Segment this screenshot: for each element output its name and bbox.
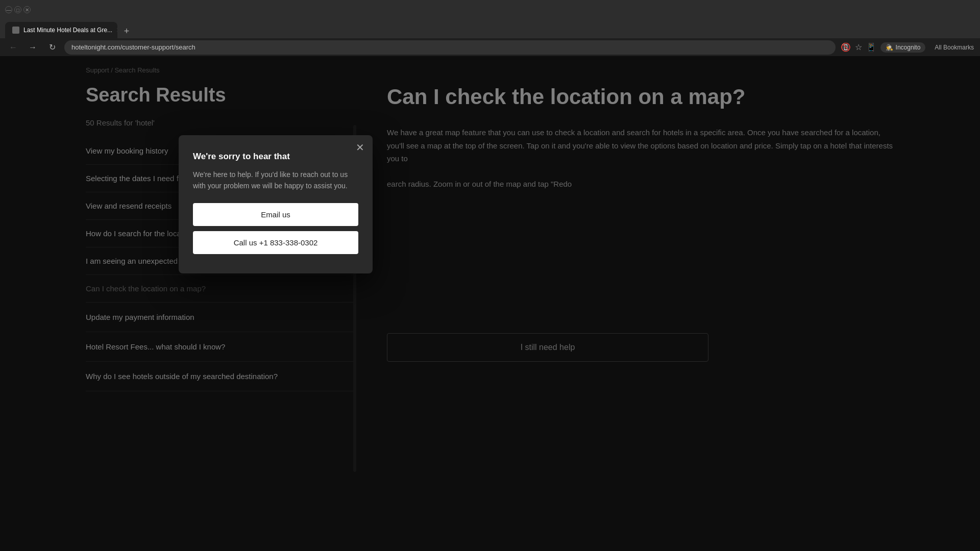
maximize-button[interactable]: □ [14,6,21,13]
minimize-button[interactable]: — [5,6,12,13]
bookmarks-label[interactable]: All Bookmarks [935,44,974,51]
url-text: hoteltonight.com/customer-support/search [71,43,195,51]
close-window-button[interactable]: ✕ [23,6,31,13]
address-bar-row: ← → ↻ hoteltonight.com/customer-support/… [0,38,980,56]
address-field[interactable]: hoteltonight.com/customer-support/search [64,40,836,55]
tab-close-button[interactable]: ✕ [116,27,117,34]
address-actions: 📵 ☆ 📱 🕵 Incognito All Bookmarks [841,42,974,53]
modal-title: We're sorry to hear that [193,152,358,162]
incognito-icon: 🕵 [886,44,893,51]
incognito-label: Incognito [896,44,921,51]
camera-off-icon[interactable]: 📵 [841,42,851,52]
modal-overlay: ✕ We're sorry to hear that We're here to… [0,56,980,551]
modal-close-button[interactable]: ✕ [356,142,364,153]
modal-body: We're here to help. If you'd like to rea… [193,169,358,192]
new-tab-button[interactable]: + [119,24,134,38]
active-tab[interactable]: Last Minute Hotel Deals at Gre... ✕ [5,22,117,38]
bookmark-star-icon[interactable]: ☆ [855,42,862,52]
browser-chrome: — □ ✕ Last Minute Hotel Deals at Gre... … [0,0,980,56]
device-icon[interactable]: 📱 [866,42,876,52]
title-bar: — □ ✕ [0,0,980,20]
back-button[interactable]: ← [6,40,20,55]
modal-box: ✕ We're sorry to hear that We're here to… [179,135,373,273]
email-us-button[interactable]: Email us [193,203,358,226]
incognito-button[interactable]: 🕵 Incognito [880,42,926,53]
tab-bar: Last Minute Hotel Deals at Gre... ✕ + [0,20,980,39]
call-us-button[interactable]: Call us +1 833-338-0302 [193,231,358,254]
tab-favicon [12,27,19,34]
page-content: Support / Search Results Search Results … [0,56,980,551]
tab-label: Last Minute Hotel Deals at Gre... [23,27,112,34]
forward-button[interactable]: → [26,40,40,55]
reload-button[interactable]: ↻ [45,40,59,55]
